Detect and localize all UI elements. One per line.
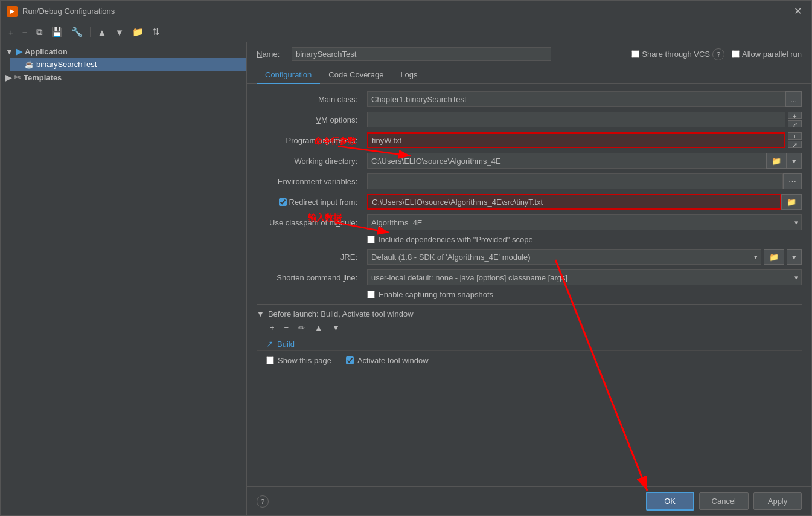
help-button[interactable]: ? <box>257 495 269 508</box>
classpath-row: Use classpath of module: Algorithms_4E <box>257 214 802 230</box>
program-args-row: Program arguments: + ⤢ <box>257 132 802 148</box>
build-icon: ↗ <box>266 339 273 349</box>
parallel-run-label: Allow parallel run <box>742 50 802 59</box>
move-down-button[interactable]: ▼ <box>112 25 127 39</box>
redirect-browse-btn[interactable]: 📁 <box>781 194 802 210</box>
vm-options-row: VM options: + ⤢ <box>257 112 802 127</box>
program-args-input[interactable] <box>367 132 785 148</box>
config-icon: ☕ <box>25 60 34 69</box>
config-panel: Main class: ... VM options: + <box>247 84 811 486</box>
right-panel: Name: Share through VCS ? Allow parallel… <box>247 42 811 515</box>
activate-window-checkbox[interactable] <box>346 356 354 364</box>
templates-icon: ✂ <box>14 73 21 82</box>
capturing-checkbox[interactable] <box>367 291 375 298</box>
application-icon: ▶ <box>16 47 22 56</box>
app-icon: ▶ <box>7 6 18 17</box>
jre-dropdown-btn[interactable]: ▾ <box>787 249 802 265</box>
redirect-input-group: 📁 <box>367 194 802 210</box>
activate-window-label: Activate tool window <box>346 356 429 365</box>
main-class-browse-button[interactable]: ... <box>785 91 802 107</box>
program-args-popout-btn[interactable]: ⤢ <box>788 141 802 148</box>
env-vars-browse-btn[interactable]: ⋯ <box>783 173 802 189</box>
include-deps-checkbox[interactable] <box>367 236 375 243</box>
name-input[interactable] <box>292 47 551 61</box>
cancel-button[interactable]: Cancel <box>699 492 749 510</box>
include-deps-row: Include dependencies with "Provided" sco… <box>367 235 802 244</box>
parallel-run-checkbox[interactable] <box>732 50 740 58</box>
apply-button[interactable]: Apply <box>753 492 802 510</box>
templates-label: Templates <box>24 73 62 82</box>
share-vcs-row: Share through VCS ? <box>631 48 724 60</box>
vm-options-input[interactable] <box>367 112 785 127</box>
close-button[interactable]: ✕ <box>790 4 805 18</box>
before-launch-edit-btn[interactable]: ✏ <box>295 322 308 334</box>
working-dir-browse-btn[interactable]: 📁 <box>766 153 787 169</box>
jre-select[interactable]: Default (1.8 - SDK of 'Algorithms_4E' mo… <box>367 249 761 265</box>
env-vars-input-group: ⋯ <box>367 173 802 189</box>
env-vars-label: Environment variables: <box>257 177 362 186</box>
share-help-button[interactable]: ? <box>712 48 724 60</box>
shorten-select-wrapper: user-local default: none - java [options… <box>367 269 802 285</box>
templates-expand-icon: ▶ <box>5 73 11 82</box>
main-class-row: Main class: ... <box>257 91 802 107</box>
share-vcs-checkbox[interactable] <box>631 50 639 58</box>
classpath-select-wrapper: Algorithms_4E <box>367 214 802 230</box>
sidebar-group-application[interactable]: ▼ ▶ Application <box>1 45 246 58</box>
sidebar-item-label: binarySearchTest <box>36 60 97 69</box>
capturing-row: Enable capturing form snapshots <box>367 290 802 299</box>
before-launch-add-btn[interactable]: + <box>266 322 278 334</box>
main-class-input[interactable] <box>367 91 785 107</box>
sidebar-item-binarySearchTest[interactable]: ☕ binarySearchTest <box>10 58 246 71</box>
working-dir-dropdown-btn[interactable]: ▾ <box>787 153 802 169</box>
shorten-select[interactable]: user-local default: none - java [options… <box>367 269 802 285</box>
activate-window-text: Activate tool window <box>357 356 429 365</box>
sidebar-item-templates[interactable]: ▶ ✂ Templates <box>1 71 246 84</box>
ok-button[interactable]: OK <box>646 492 694 511</box>
include-deps-text: Include dependencies with "Provided" sco… <box>379 235 533 244</box>
show-page-label: Show this page <box>266 356 331 365</box>
folder-button[interactable]: 📁 <box>129 25 147 39</box>
bottom-checkboxes: Show this page Activate tool window <box>257 350 802 370</box>
vm-options-label: VM options: <box>257 115 362 124</box>
before-launch-up-btn[interactable]: ▲ <box>311 322 326 334</box>
before-launch-expand: ▼ <box>257 309 264 318</box>
title-bar: ▶ Run/Debug Configurations ✕ <box>1 1 811 22</box>
dialog-footer: ? OK Cancel Apply <box>247 486 811 515</box>
sort-button[interactable]: ⇅ <box>149 25 163 39</box>
copy-config-button[interactable]: ⧉ <box>33 25 46 39</box>
before-launch-down-btn[interactable]: ▼ <box>328 322 344 334</box>
redirect-checkbox[interactable] <box>279 198 287 206</box>
program-args-expand-btn[interactable]: + <box>788 132 802 140</box>
include-deps-label: Include dependencies with "Provided" sco… <box>367 235 533 244</box>
divider <box>257 304 802 305</box>
tab-configuration[interactable]: Configuration <box>257 66 320 84</box>
window-title: Run/Debug Configurations <box>22 7 115 16</box>
save-config-button[interactable]: 💾 <box>48 25 66 39</box>
before-launch-header[interactable]: ▼ Before launch: Build, Activate tool wi… <box>257 309 802 318</box>
move-up-button[interactable]: ▲ <box>95 25 110 39</box>
jre-browse-btn[interactable]: 📁 <box>764 249 784 265</box>
env-vars-input[interactable] <box>367 173 783 189</box>
env-vars-row: Environment variables: ⋯ <box>257 173 802 189</box>
show-page-checkbox[interactable] <box>266 356 274 364</box>
jre-row: JRE: Default (1.8 - SDK of 'Algorithms_4… <box>257 249 802 265</box>
remove-config-button[interactable]: − <box>19 25 31 39</box>
classpath-select[interactable]: Algorithms_4E <box>367 214 802 230</box>
working-dir-input[interactable] <box>367 153 766 169</box>
redirect-row: Redirect input from: 📁 <box>257 194 802 210</box>
build-label: Build <box>277 340 295 349</box>
program-args-label: Program arguments: <box>257 136 362 145</box>
redirect-input[interactable] <box>367 194 781 210</box>
vm-options-expand-btn[interactable]: + <box>788 112 802 119</box>
vm-options-popout-btn[interactable]: ⤢ <box>788 120 802 127</box>
parallel-run-row: Allow parallel run <box>732 50 802 59</box>
wrench-button[interactable]: 🔧 <box>68 25 86 39</box>
add-config-button[interactable]: + <box>5 25 17 39</box>
shorten-row: Shorten command line: user-local default… <box>257 269 802 285</box>
before-launch-remove-btn[interactable]: − <box>281 322 293 334</box>
tab-logs[interactable]: Logs <box>392 66 426 84</box>
tab-code-coverage[interactable]: Code Coverage <box>320 66 392 84</box>
before-launch-toolbar: + − ✏ ▲ ▼ <box>257 322 802 334</box>
program-args-side-buttons: + ⤢ <box>788 132 802 148</box>
classpath-label: Use classpath of module: <box>257 218 362 227</box>
